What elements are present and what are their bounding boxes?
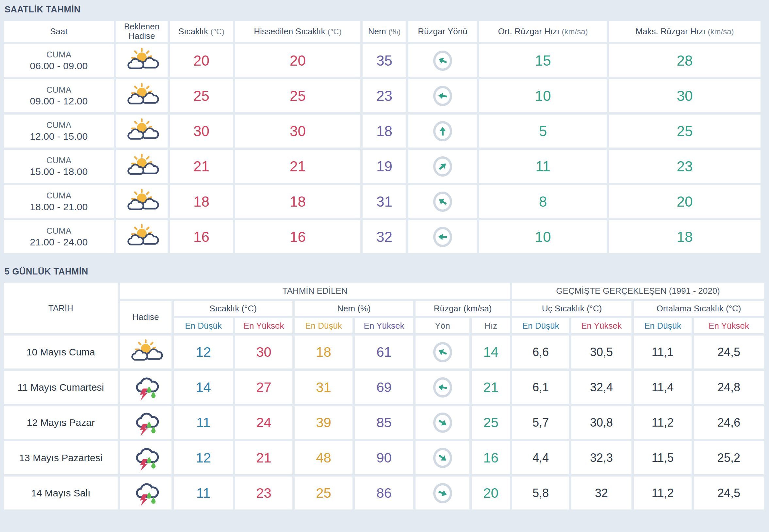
- temperature-value: 21: [194, 158, 210, 174]
- average-max-cell: 24,5: [694, 336, 764, 368]
- weather-condition-icon: [124, 47, 159, 74]
- temp-min-cell: 11: [174, 406, 233, 439]
- col-header-saat-label: Saat: [50, 26, 68, 36]
- humidity-min-value: 18: [316, 344, 331, 360]
- date-label: 11 Mayıs Cumartesi: [18, 382, 104, 393]
- humidity-cell: 35: [363, 44, 406, 77]
- ort-ruzgar-unit: (km/sa): [562, 27, 588, 36]
- humidity-min-cell: 39: [295, 406, 353, 439]
- extreme-max-cell: 32: [571, 477, 632, 509]
- average-min-cell: 11,1: [634, 336, 692, 368]
- max-wind-speed-value: 23: [677, 158, 693, 174]
- wind-direction-icon: [433, 483, 452, 503]
- humidity-value: 31: [376, 194, 392, 210]
- humidity-max-value: 85: [376, 415, 392, 430]
- section-divider: [4, 256, 765, 264]
- max-wind-speed-cell: 18: [609, 220, 761, 253]
- date-cell: 13 Mayıs Pazartesi: [4, 441, 118, 474]
- col-header-hadise-line2: Hadise: [129, 31, 155, 41]
- day-label: CUMA: [5, 49, 112, 60]
- group-header-tahmin-edilen: TAHMİN EDİLEN: [120, 283, 510, 299]
- date-label: 12 Mayıs Pazar: [27, 417, 95, 428]
- extreme-max-value: 32: [595, 486, 608, 500]
- weather-condition-icon: [124, 223, 159, 251]
- hourly-table-row: CUMA 12.00 - 15.00 30 30 18 5 25: [4, 115, 761, 148]
- avg-wind-speed-value: 15: [535, 53, 551, 69]
- humidity-cell: 32: [363, 220, 406, 253]
- temperature-value: 30: [194, 123, 210, 139]
- humidity-max-cell: 69: [355, 371, 413, 404]
- humidity-max-cell: 86: [355, 477, 413, 509]
- subheader-nem-en-dusuk: En Düşük: [295, 318, 353, 333]
- time-range-label: 12.00 - 15.00: [5, 130, 112, 143]
- date-cell: 10 Mayıs Cuma: [4, 336, 118, 368]
- wind-speed-value: 20: [483, 485, 498, 501]
- max-wind-speed-cell: 28: [609, 44, 761, 77]
- extreme-min-value: 6,1: [532, 381, 549, 394]
- humidity-cell: 31: [363, 185, 406, 218]
- temp-max-value: 23: [256, 485, 272, 501]
- humidity-min-value: 39: [316, 415, 331, 430]
- day-label: CUMA: [5, 190, 112, 201]
- temperature-cell: 25: [170, 79, 233, 112]
- average-max-cell: 24,8: [694, 371, 764, 404]
- maks-ruzgar-unit: (km/sa): [708, 27, 734, 36]
- extreme-min-cell: 5,8: [512, 477, 569, 509]
- temperature-cell: 18: [170, 185, 233, 218]
- date-label: 13 Mayıs Pazartesi: [19, 452, 102, 463]
- max-wind-speed-cell: 23: [609, 150, 761, 183]
- humidity-value: 23: [376, 88, 392, 104]
- feels-like-cell: 16: [235, 220, 360, 253]
- feels-like-value: 25: [290, 88, 306, 104]
- average-max-value: 24,6: [717, 416, 740, 429]
- subheader-nem-en-yuksek: En Yüksek: [355, 318, 413, 333]
- temp-max-cell: 24: [235, 406, 292, 439]
- wind-direction-cell: [408, 220, 477, 253]
- average-min-cell: 11,2: [634, 477, 692, 509]
- temp-max-value: 27: [256, 380, 272, 395]
- wind-direction-icon: [433, 121, 452, 141]
- avg-wind-speed-cell: 8: [479, 185, 607, 218]
- wind-speed-cell: 16: [472, 441, 510, 474]
- max-wind-speed-cell: 25: [609, 115, 761, 148]
- expected-condition-cell: [116, 220, 167, 253]
- temp-min-value: 14: [196, 380, 211, 395]
- subheader-ortalama-en-dusuk: En Düşük: [634, 318, 692, 333]
- humidity-max-value: 86: [376, 485, 392, 501]
- max-wind-speed-value: 18: [677, 229, 693, 245]
- time-range-label: 15.00 - 18.00: [5, 165, 112, 178]
- humidity-min-cell: 18: [295, 336, 353, 368]
- date-label: 10 Mayıs Cuma: [26, 347, 95, 357]
- wind-direction-icon: [433, 192, 452, 212]
- wind-speed-cell: 21: [472, 371, 510, 404]
- wind-speed-value: 21: [483, 380, 498, 395]
- day-label: CUMA: [5, 120, 112, 131]
- avg-wind-speed-value: 10: [535, 229, 551, 245]
- extreme-min-cell: 4,4: [512, 441, 569, 474]
- temp-min-cell: 11: [174, 477, 233, 509]
- feels-like-cell: 21: [235, 150, 360, 183]
- hour-range-cell: CUMA 09.00 - 12.00: [4, 79, 114, 112]
- avg-wind-speed-cell: 15: [479, 44, 607, 77]
- hour-range-cell: CUMA 21.00 - 24.00: [4, 220, 114, 253]
- day-label: CUMA: [5, 85, 112, 95]
- hour-range-cell: CUMA 12.00 - 15.00: [4, 115, 114, 148]
- extreme-max-cell: 30,5: [571, 336, 632, 368]
- humidity-min-value: 48: [316, 450, 331, 465]
- wind-speed-cell: 14: [472, 336, 510, 368]
- hourly-table-row: CUMA 09.00 - 12.00 25 25 23 10 30: [4, 79, 761, 112]
- temperature-value: 16: [194, 229, 210, 245]
- max-wind-speed-cell: 30: [609, 79, 761, 112]
- avg-wind-speed-value: 10: [535, 88, 551, 104]
- temp-max-value: 21: [256, 450, 272, 465]
- weather-condition-icon: [128, 338, 163, 366]
- col-header-ruzgar-yonu: Rüzgar Yönü: [408, 21, 477, 42]
- condition-cell: [120, 406, 171, 439]
- daily-sub-header-row: En Düşük En Yüksek En Düşük En Yüksek Yö…: [4, 318, 764, 333]
- wind-direction-cell: [408, 79, 477, 112]
- temperature-cell: 30: [170, 115, 233, 148]
- daily-forecast-section: 5 GÜNLÜK TAHMİN TARİH TAHMİN EDİLEN GEÇM…: [4, 267, 765, 512]
- col-header-maks-ruzgar: Maks. Rüzgar Hızı (km/sa): [609, 21, 761, 42]
- weather-condition-icon: [128, 409, 163, 436]
- temp-max-cell: 30: [235, 336, 292, 368]
